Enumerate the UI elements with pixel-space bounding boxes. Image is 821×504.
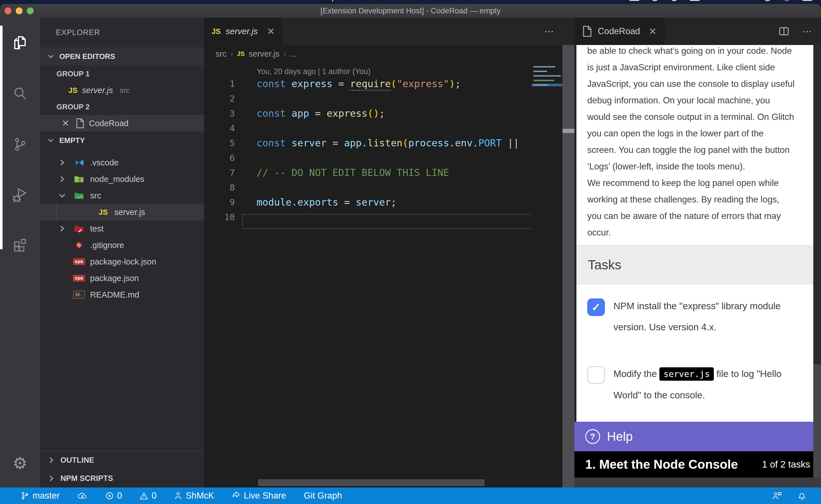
lesson-paragraph: be able to check what's going on in your… [587,45,806,175]
folder-section-header[interactable]: EMPTY [40,132,204,149]
chevron-right-icon: › [231,50,233,58]
status-0[interactable]: 0 [140,491,156,501]
scrollbar-thumb[interactable] [813,45,821,364]
tree-item-readme.md[interactable]: M↓README.md [40,286,204,303]
menu-item-file[interactable]: File [61,0,73,2]
explorer-icon[interactable] [0,18,40,68]
close-tab-icon[interactable]: ✕ [649,26,657,37]
menu-item-run[interactable]: Run [211,0,225,2]
minimap[interactable] [532,63,562,487]
section-label: OUTLINE [60,456,94,465]
status-git-graph[interactable]: Git Graph [304,491,342,501]
tree-item-src[interactable]: </>src [40,187,204,204]
chevron-right-icon [56,176,68,183]
split-editor-icon[interactable] [778,26,790,37]
tree-item-package.json[interactable]: npmpackage.json [40,270,204,286]
more-actions-icon[interactable]: ⋯ [802,26,813,37]
status-cloud-upload[interactable] [77,491,87,500]
menu-item-selection[interactable]: Selection [113,0,144,2]
menubar-status-icon[interactable] [670,0,678,1]
search-icon[interactable] [0,68,40,119]
line-number: 5 [204,138,235,148]
source-control-icon[interactable] [0,119,40,170]
minimap-line [533,66,555,67]
breadcrumb-file[interactable]: server.js [249,49,279,59]
sidebar-title: EXPLORER [40,18,204,47]
checkbox-unchecked[interactable] [587,366,605,384]
tree-item-test[interactable]: test [40,220,204,237]
breadcrumb[interactable]: src › JS server.js › ... [204,45,562,63]
open-editors-header[interactable]: OPEN EDITORS [40,47,204,65]
tab-coderoad[interactable]: CodeRoad ✕ [574,18,665,45]
sash-handle[interactable] [562,129,574,133]
lesson-title: 1. Meet the Node Console [585,457,738,472]
run-debug-icon[interactable] [0,170,40,220]
section-npm-scripts[interactable]: NPM SCRIPTS [40,469,204,487]
inline-code: server.js [659,367,714,381]
panel-scrollbar[interactable] [813,45,821,478]
coderoad-tab-bar[interactable]: CodeRoad ✕ ⋯ [574,18,821,45]
section-outline[interactable]: OUTLINE [40,451,204,469]
minimap-line [533,84,548,86]
open-editor-item-server.js[interactable]: JSserver.jssrc [40,82,204,99]
tree-item-.vscode[interactable]: .vscode [40,154,204,171]
code-text: const app = express(); [235,108,385,119]
file-name: package-lock.json [90,257,156,267]
status-master[interactable]: master [21,491,60,501]
menu-item-edit[interactable]: Edit [86,0,99,2]
control-center-icon[interactable] [783,0,791,1]
help-accordion[interactable]: ? Help [574,422,821,451]
file-icon-test [72,224,85,234]
menu-item-help[interactable]: Help [320,0,336,2]
search-icon[interactable] [763,0,771,1]
coderoad-panel: CodeRoad ✕ ⋯ be able to check what's goi… [574,18,821,487]
code-line: 5const server = app.listen(process.env.P… [204,136,562,150]
live-share-icon [232,491,240,500]
open-editor-item-coderoad[interactable]: ✕CodeRoad [40,115,204,132]
extensions-icon[interactable] [0,220,40,271]
status-live-share[interactable]: Live Share [232,491,286,501]
close-icon[interactable]: ✕ [60,118,71,129]
task-text: Modify the server.js file to log "HelloW… [613,363,781,406]
tree-item-.gitignore[interactable]: .gitignore [40,237,204,253]
code-editor[interactable]: You, 20 days ago | 1 author (You) 1const… [204,63,562,487]
code-line: 1const express = require("express"); [204,76,562,91]
menubar-status-icon[interactable] [629,0,640,1]
editor-tab-bar[interactable]: JS server.js ✕ ⋯ [204,18,562,45]
checkbox-checked[interactable]: ✓ [587,298,605,316]
status-shmck[interactable]: ShMcK [174,491,214,501]
breadcrumb-symbol[interactable]: ... [290,49,297,59]
apple-menu-icon[interactable]: ● [11,0,16,2]
settings-gear-icon[interactable]: ⚙ [13,439,27,487]
code-line: 8 [204,180,562,195]
status-bell-icon[interactable] [798,491,806,500]
editor-panel-sash[interactable] [562,18,574,487]
status-0[interactable]: 0 [105,491,122,501]
menu-item-code[interactable]: Code [29,0,48,2]
horizontal-scrollbar[interactable] [258,479,485,486]
menubar-status-icon[interactable] [651,0,659,1]
lesson-bar[interactable]: 1. Meet the Node Console 1 of 2 tasks [574,451,821,478]
status-feedback-icon[interactable] [772,491,782,500]
menu-item-terminal[interactable]: Terminal [238,0,267,2]
menu-item-go[interactable]: Go [187,0,197,2]
chevron-down-icon [56,192,68,199]
window-titlebar[interactable]: [Extension Development Host] - CodeRoad … [0,4,821,18]
editor-actions-more-icon[interactable]: ⋯ [544,26,562,37]
menu-item-window[interactable]: Window [280,0,307,2]
breadcrumb-src[interactable]: src [216,49,227,59]
tree-item-server.js[interactable]: JSserver.js [40,204,204,220]
tree-item-node_modules[interactable]: JSnode_modules [40,171,204,187]
menubar-status-icon[interactable] [690,0,700,1]
menubar-clock[interactable]: Sat 6:45 PM [711,0,752,2]
file-icon-npm: npm [72,275,85,282]
menu-item-view[interactable]: View [157,0,174,2]
panel-footer-strip [574,478,821,487]
close-tab-icon[interactable]: ✕ [267,26,275,37]
tree-item-package-lock.json[interactable]: npmpackage-lock.json [40,253,204,270]
notification-center-icon[interactable] [802,0,812,1]
tab-server-js[interactable]: JS server.js ✕ [204,18,283,45]
gitlens-annotation[interactable]: You, 20 days ago | 1 author (You) [204,63,562,76]
code-line: 7// -- DO NOT EDIT BELOW THIS LINE [204,165,562,180]
code-line: 6 [204,150,562,165]
